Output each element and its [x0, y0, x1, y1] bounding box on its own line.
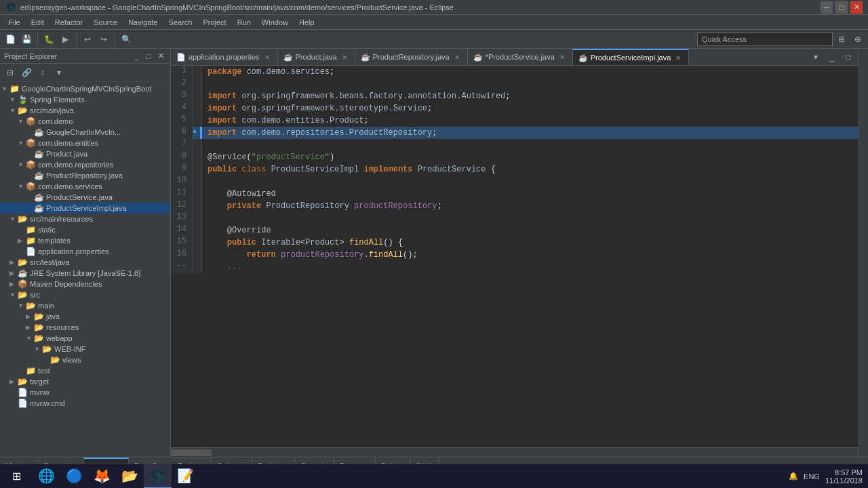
tree-item-4[interactable]: ☕ GoogleChartInMvcIn... [0, 127, 170, 138]
tree-item-11[interactable]: ☕ ProductServiceImpl.java [0, 203, 170, 214]
taskbar-app-4[interactable]: 🌑 [144, 464, 172, 489]
menu-item-refactor[interactable]: Refactor [50, 17, 89, 28]
tree-item-15[interactable]: 📄 application.properties [0, 246, 170, 257]
tree-item-6[interactable]: ☕ Product.java [0, 148, 170, 159]
tree-item-22[interactable]: ▶ 📂 resources [0, 322, 170, 333]
tab-close-button[interactable]: ✕ [557, 52, 567, 62]
h-scroll-track[interactable] [171, 449, 859, 456]
new-button[interactable]: 📄 [3, 32, 18, 47]
debug-button[interactable]: 🐛 [41, 32, 56, 47]
minimize-button[interactable]: ─ [821, 1, 833, 14]
tree-item-5[interactable]: ▼ 📦 com.demo.entities [0, 138, 170, 148]
tree-item-23[interactable]: ▼ 📂 webapp [0, 333, 170, 344]
line-content[interactable]: @Service("productService") [202, 151, 859, 163]
line-content[interactable]: import org.springframework.beans.factory… [202, 90, 859, 102]
tree-item-27[interactable]: ▶ 📂 target [0, 376, 170, 387]
tree-item-19[interactable]: ▼ 📂 src [0, 289, 170, 300]
line-content[interactable] [202, 212, 859, 224]
menu-item-help[interactable]: Help [294, 17, 320, 28]
taskbar-app-5[interactable]: 📝 [172, 464, 199, 489]
view-menu-button[interactable]: ▾ [52, 65, 66, 80]
tree-item-2[interactable]: ▼ 📂 src/main/java [0, 105, 170, 116]
menu-item-file[interactable]: File [3, 17, 26, 28]
line-content[interactable] [202, 139, 859, 151]
tree-item-29[interactable]: 📄 mvnw.cmd [0, 398, 170, 409]
editor-tab-2[interactable]: ☕ ProductRepository.java ✕ [355, 49, 468, 65]
tree-item-10[interactable]: ☕ ProductService.java [0, 192, 170, 203]
tree-item-8[interactable]: ☕ ProductRepository.java [0, 170, 170, 181]
taskbar-app-1[interactable]: 🔵 [60, 464, 88, 489]
quick-access-input[interactable]: Quick Access [697, 33, 833, 46]
tab-close-button[interactable]: ✕ [673, 53, 683, 62]
tree-item-9[interactable]: ▼ 📦 com.demo.services [0, 181, 170, 192]
tree-item-25[interactable]: 📂 views [0, 354, 170, 365]
sync-button[interactable]: ↕ [35, 65, 50, 80]
tree-item-28[interactable]: 📄 mvnw [0, 387, 170, 398]
save-button[interactable]: 💾 [19, 32, 34, 47]
tree-item-14[interactable]: ▶ 📁 templates [0, 235, 170, 246]
line-content[interactable]: return productRepository.findAll(); [202, 249, 859, 261]
tree-item-12[interactable]: ▼ 📂 src/main/resources [0, 214, 170, 224]
tab-list-button[interactable]: ▾ [808, 49, 823, 64]
menu-item-window[interactable]: Window [256, 17, 294, 28]
line-content[interactable]: import org.springframework.stereotype.Se… [202, 102, 859, 115]
line-content[interactable] [202, 78, 859, 90]
tree-item-0[interactable]: ▼ 📁 GoogleChartInSpringMVCInSpringBoot [0, 83, 170, 94]
tree-item-18[interactable]: ▶ 📦 Maven Dependencies [0, 279, 170, 289]
line-content[interactable]: @Autowired [202, 188, 859, 200]
tree-item-13[interactable]: 📁 static [0, 224, 170, 235]
maximize-button[interactable]: □ [835, 1, 848, 14]
code-editor[interactable]: 1package com.demo.services;2 3import org… [171, 66, 859, 447]
search-button[interactable]: 🔍 [119, 32, 134, 47]
tab-close-button[interactable]: ✕ [452, 52, 462, 62]
menu-item-run[interactable]: Run [232, 17, 256, 28]
taskbar-app-0[interactable]: 🌐 [33, 464, 60, 489]
undo-button[interactable]: ↩ [80, 32, 95, 47]
collapse-all-button[interactable]: ⊟ [3, 65, 18, 80]
line-content[interactable]: @Override [202, 224, 859, 237]
taskbar-app-2[interactable]: 🦊 [88, 464, 116, 489]
tree-item-3[interactable]: ▼ 📦 com.demo [0, 116, 170, 127]
tab-close-button[interactable]: ✕ [262, 52, 272, 62]
line-content[interactable]: private ProductRepository productReposit… [202, 200, 859, 212]
editor-tab-3[interactable]: ☕ *ProductService.java ✕ [468, 49, 573, 65]
line-content[interactable]: import com.demo.entities.Product; [202, 115, 859, 127]
tree-item-21[interactable]: ▶ 📂 java [0, 311, 170, 322]
menu-item-edit[interactable]: Edit [26, 17, 50, 28]
start-button[interactable]: ⊞ [0, 464, 33, 489]
line-content[interactable]: public Iterable<Product> findAll() { [202, 237, 859, 249]
tree-item-16[interactable]: ▶ 📂 src/test/java [0, 257, 170, 268]
editor-tab-4[interactable]: ☕ ProductServiceImpl.java ✕ [573, 49, 690, 65]
sidebar-minimize-button[interactable]: _ [131, 51, 142, 62]
tree-item-20[interactable]: ▼ 📂 main [0, 300, 170, 311]
menu-item-navigate[interactable]: Navigate [123, 17, 163, 28]
tab-min-button[interactable]: _ [825, 49, 840, 64]
tree-item-24[interactable]: ▼ 📂 WEB-INF [0, 344, 170, 354]
redo-button[interactable]: ↪ [96, 32, 111, 47]
menu-item-search[interactable]: Search [163, 17, 198, 28]
perspectives-button[interactable]: ⊞ [834, 32, 849, 47]
open-perspective-button[interactable]: ⊕ [850, 32, 865, 47]
sidebar-maximize-button[interactable]: □ [143, 51, 154, 62]
line-content[interactable] [202, 176, 859, 188]
horizontal-scrollbar[interactable] [171, 447, 859, 457]
tree-item-1[interactable]: ▼ 🍃 Spring Elements [0, 94, 170, 105]
menu-item-project[interactable]: Project [197, 17, 231, 28]
tree-item-17[interactable]: ▶ ☕ JRE System Library [JavaSE-1.8] [0, 268, 170, 279]
run-button[interactable]: ▶ [58, 32, 73, 47]
close-button[interactable]: ✕ [850, 1, 863, 14]
line-content[interactable]: import com.demo.repositories.ProductRepo… [202, 127, 859, 139]
sidebar-close-button[interactable]: ✕ [155, 51, 166, 62]
tab-close-button[interactable]: ✕ [340, 52, 349, 62]
tree-item-26[interactable]: 📁 test [0, 365, 170, 376]
h-scroll-thumb[interactable] [171, 449, 212, 456]
tree-item-7[interactable]: ▼ 📦 com.demo.repositories [0, 159, 170, 170]
tab-max-button[interactable]: □ [841, 49, 856, 64]
line-content[interactable]: public class ProductServiceImpl implemen… [202, 163, 859, 176]
line-content[interactable]: package com.demo.services; [202, 66, 859, 78]
editor-tab-0[interactable]: 📄 application.properties ✕ [171, 49, 278, 65]
taskbar-app-3[interactable]: 📂 [116, 464, 144, 489]
editor-tab-1[interactable]: ☕ Product.java ✕ [278, 49, 355, 65]
link-editor-button[interactable]: 🔗 [19, 65, 34, 80]
menu-item-source[interactable]: Source [88, 17, 123, 28]
